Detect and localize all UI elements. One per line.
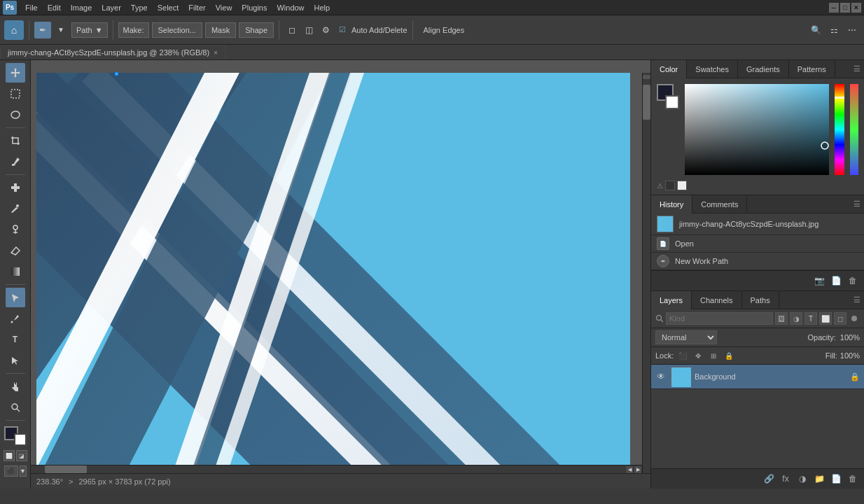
delete-layer-btn[interactable]: 🗑 bbox=[846, 472, 860, 486]
tab-gradients[interactable]: Gradients bbox=[738, 60, 789, 78]
tab-swatches[interactable]: Swatches bbox=[687, 60, 738, 78]
canvas-area[interactable]: ◀ ▶ 238.36° > 2965 px × 3783 px (72 ppi) bbox=[31, 60, 650, 489]
lock-all-btn[interactable]: 🔒 bbox=[723, 349, 735, 362]
history-panel-menu[interactable]: ☰ bbox=[850, 195, 864, 214]
add-style-btn[interactable]: fx bbox=[779, 472, 793, 486]
healing-tool[interactable] bbox=[6, 178, 25, 197]
filter-toggle[interactable] bbox=[849, 312, 860, 325]
tab-patterns[interactable]: Patterns bbox=[789, 60, 835, 78]
color-spectrum-box[interactable] bbox=[685, 84, 829, 175]
blend-mode-select[interactable]: Normal bbox=[655, 330, 717, 344]
filter-adjust-btn[interactable]: ◑ bbox=[790, 312, 802, 325]
crop-tool[interactable] bbox=[6, 131, 25, 150]
menu-plugins[interactable]: Plugins bbox=[237, 2, 271, 13]
pen-mode-icon[interactable]: ▼ bbox=[53, 22, 69, 38]
more-icon[interactable]: ⋯ bbox=[844, 22, 860, 38]
path-icon3[interactable]: ⚙ bbox=[318, 22, 333, 38]
tab-layers[interactable]: Layers bbox=[651, 291, 692, 309]
direct-select-tool[interactable] bbox=[6, 351, 25, 370]
standard-mode-btn[interactable]: ⬜ bbox=[4, 450, 15, 461]
filter-text-btn[interactable]: T bbox=[804, 312, 817, 325]
layer-visibility-toggle[interactable]: 👁 bbox=[655, 371, 667, 382]
menu-view[interactable]: View bbox=[211, 2, 237, 13]
tab-paths[interactable]: Paths bbox=[742, 291, 779, 309]
layers-search-input[interactable] bbox=[666, 312, 773, 325]
horizontal-scrollbar[interactable]: ◀ ▶ bbox=[31, 465, 642, 473]
link-layers-btn[interactable]: 🔗 bbox=[762, 472, 776, 486]
history-item-1[interactable]: 📄 Open bbox=[651, 235, 864, 253]
new-layer-btn[interactable]: 📄 bbox=[829, 472, 843, 486]
filter-smart-btn[interactable]: ◻ bbox=[834, 312, 846, 325]
add-mask-btn[interactable]: ◑ bbox=[795, 472, 809, 486]
path-dropdown[interactable]: Path ▼ bbox=[71, 22, 108, 38]
filter-shape-btn[interactable]: ⬜ bbox=[819, 312, 832, 325]
extra-color-bar[interactable] bbox=[850, 84, 858, 175]
white-square[interactable] bbox=[677, 181, 687, 190]
history-delete-btn[interactable]: 🗑 bbox=[846, 274, 860, 288]
path-icon2[interactable]: ◫ bbox=[301, 22, 316, 38]
path-select-tool[interactable] bbox=[6, 288, 25, 307]
vertical-scrollbar-thumb[interactable] bbox=[643, 85, 650, 120]
gradient-tool[interactable] bbox=[6, 262, 25, 281]
lock-artboard-btn[interactable]: ⊞ bbox=[707, 349, 720, 362]
lasso-tool[interactable] bbox=[6, 105, 25, 125]
new-group-btn[interactable]: 📁 bbox=[812, 472, 826, 486]
clone-stamp-tool[interactable] bbox=[6, 220, 25, 239]
menu-edit[interactable]: Edit bbox=[43, 2, 65, 13]
history-new-doc-btn[interactable]: 📄 bbox=[829, 274, 843, 288]
quick-mask-btn[interactable]: ◪ bbox=[16, 450, 27, 461]
menu-filter[interactable]: Filter bbox=[184, 2, 209, 13]
text-tool[interactable]: T bbox=[6, 330, 25, 349]
history-item-0[interactable]: jimmy-chang-ACt8ycSzpdE-unsplash.jpg bbox=[651, 214, 864, 235]
move-tool[interactable] bbox=[6, 63, 25, 83]
document-tab[interactable]: jimmy-chang-ACt8ycSzpdE-unsplash.jpg @ 2… bbox=[0, 46, 225, 59]
vertical-scrollbar[interactable] bbox=[642, 73, 650, 473]
menu-select[interactable]: Select bbox=[153, 2, 183, 13]
menu-type[interactable]: Type bbox=[127, 2, 152, 13]
home-button[interactable]: ⌂ bbox=[4, 20, 24, 40]
zoom-tool[interactable] bbox=[6, 398, 25, 417]
menu-layer[interactable]: Layer bbox=[97, 2, 125, 13]
tab-history[interactable]: History bbox=[651, 195, 692, 214]
layers-panel-menu[interactable]: ☰ bbox=[850, 291, 864, 309]
hue-slider[interactable] bbox=[835, 84, 844, 175]
menu-help[interactable]: Help bbox=[310, 2, 335, 13]
mask-button[interactable]: Mask bbox=[205, 22, 236, 38]
auto-add-checkbox[interactable]: ☑ bbox=[335, 22, 350, 38]
menu-window[interactable]: Window bbox=[272, 2, 308, 13]
filter-image-btn[interactable]: 🖼 bbox=[775, 312, 788, 325]
eyedropper-tool[interactable] bbox=[6, 152, 25, 172]
pen-tool-icon[interactable]: ✒ bbox=[34, 22, 51, 38]
menu-image[interactable]: Image bbox=[67, 2, 97, 13]
menu-file[interactable]: File bbox=[21, 2, 42, 13]
close-button[interactable]: ✕ bbox=[851, 3, 861, 13]
minimize-button[interactable]: ─ bbox=[829, 3, 839, 13]
search-icon[interactable]: 🔍 bbox=[808, 22, 823, 38]
photo-canvas[interactable] bbox=[36, 73, 630, 482]
brush-tool[interactable] bbox=[6, 199, 25, 218]
eraser-tool[interactable] bbox=[6, 241, 25, 260]
tab-close-button[interactable]: × bbox=[214, 49, 218, 57]
path-icon1[interactable]: ◻ bbox=[284, 22, 300, 38]
tab-color[interactable]: Color bbox=[651, 60, 687, 78]
selection-button[interactable]: Selection... bbox=[152, 22, 202, 38]
history-item-2[interactable]: ✒ New Work Path bbox=[651, 253, 864, 270]
hand-tool[interactable] bbox=[6, 377, 25, 396]
lock-pixels-btn[interactable]: ⬛ bbox=[676, 349, 689, 362]
color-panel-menu[interactable]: ☰ bbox=[850, 60, 864, 78]
tab-channels[interactable]: Channels bbox=[692, 291, 741, 309]
rectangle-select-tool[interactable] bbox=[6, 84, 25, 104]
horizontal-scrollbar-thumb[interactable] bbox=[45, 465, 87, 473]
lock-move-btn[interactable]: ✥ bbox=[692, 349, 704, 362]
screen-mode-arrow[interactable]: ▼ bbox=[20, 465, 27, 477]
foreground-background-colors[interactable] bbox=[4, 426, 27, 446]
scroll-up-arrow[interactable] bbox=[643, 75, 650, 79]
status-arrow[interactable]: > bbox=[69, 477, 73, 486]
pen-tool[interactable] bbox=[6, 309, 25, 328]
layer-row-background[interactable]: 👁 Background 🔒 bbox=[651, 365, 864, 389]
screen-mode-btn[interactable]: ⬛ bbox=[4, 465, 18, 477]
bg-color-swatch[interactable] bbox=[665, 95, 679, 109]
workspace-icon[interactable]: ⚏ bbox=[826, 22, 842, 38]
maximize-button[interactable]: □ bbox=[840, 3, 850, 13]
tab-comments[interactable]: Comments bbox=[692, 195, 747, 214]
